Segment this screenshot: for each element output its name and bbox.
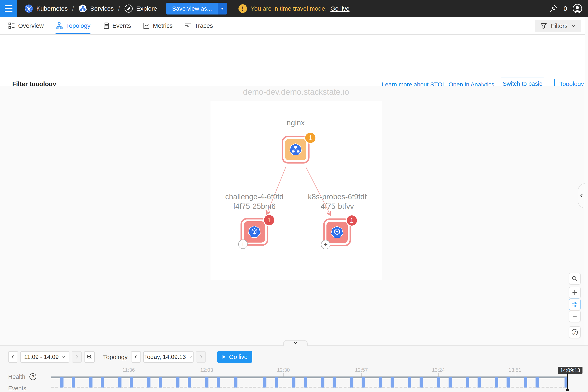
event-bar[interactable] xyxy=(234,377,238,388)
date-time-dropdown[interactable]: Today, 14:09:13 xyxy=(143,351,194,362)
time-range-dropdown[interactable]: 11:09 - 14:09 xyxy=(20,351,70,362)
event-bar[interactable] xyxy=(524,377,527,388)
event-bar[interactable] xyxy=(420,377,423,388)
topology-node-k8s-probes[interactable]: 1 + xyxy=(323,218,351,246)
filters-button[interactable]: Filters xyxy=(535,20,581,32)
svg-text:?: ? xyxy=(574,330,576,334)
traces-icon xyxy=(184,22,192,29)
event-bar[interactable] xyxy=(205,377,208,388)
event-bar[interactable] xyxy=(147,377,150,388)
fit-to-screen-icon xyxy=(572,301,578,308)
event-bar[interactable] xyxy=(101,377,104,388)
timeline-cursor-line[interactable] xyxy=(568,373,568,390)
tab-topology[interactable]: Topology xyxy=(56,17,90,34)
event-bar[interactable] xyxy=(379,377,382,388)
node-expand-button[interactable]: + xyxy=(321,240,330,249)
timeline-tick-label: 12:57 xyxy=(355,367,368,373)
timeline-zoom-out-button[interactable] xyxy=(84,351,95,362)
topology-node-nginx[interactable]: 1 xyxy=(282,136,310,164)
node-badge[interactable]: 1 xyxy=(263,214,275,226)
top-bar-right: 0 xyxy=(549,4,588,14)
filters-label: Filters xyxy=(551,22,568,30)
map-zoom-in-button[interactable] xyxy=(569,287,581,298)
event-bar[interactable] xyxy=(536,377,539,388)
event-bar[interactable] xyxy=(118,377,122,388)
breadcrumb-services[interactable]: Services xyxy=(78,4,114,13)
tab-metrics[interactable]: Metrics xyxy=(143,17,173,34)
go-live-button[interactable]: Go live xyxy=(217,351,252,362)
chevron-down-icon xyxy=(293,340,298,345)
save-view-dropdown-caret[interactable] xyxy=(218,3,227,14)
event-bar[interactable] xyxy=(448,377,452,388)
tab-overview[interactable]: Overview xyxy=(8,17,44,34)
range-forward-button[interactable] xyxy=(72,351,82,362)
topology-canvas[interactable]: demo-dev.demo.stackstate.io nginx 1 xyxy=(0,86,585,346)
tab-label: Events xyxy=(112,22,131,29)
filter-topology-panel: Filter topology Learn more about STQL Op… xyxy=(0,35,585,86)
event-bar[interactable] xyxy=(321,377,324,388)
event-bar[interactable] xyxy=(437,377,440,388)
event-bar[interactable] xyxy=(216,377,220,388)
node-badge[interactable]: 1 xyxy=(304,132,316,144)
event-bar[interactable] xyxy=(60,377,64,388)
event-bar[interactable] xyxy=(350,377,354,388)
time-range-value: 11:09 - 14:09 xyxy=(24,354,59,360)
explore-compass-icon xyxy=(124,4,133,13)
node-expand-button[interactable]: + xyxy=(238,240,248,249)
event-bar[interactable] xyxy=(466,377,470,388)
event-bar[interactable] xyxy=(263,377,266,388)
event-bar[interactable] xyxy=(176,377,180,388)
range-back-button[interactable] xyxy=(8,351,18,362)
user-avatar-icon[interactable] xyxy=(572,4,582,14)
date-back-button[interactable] xyxy=(131,351,141,362)
chevron-down-icon xyxy=(189,355,193,359)
event-bar[interactable] xyxy=(89,377,92,388)
breadcrumb-explore[interactable]: Explore xyxy=(124,4,157,13)
chevron-down-icon xyxy=(571,24,576,28)
event-bar[interactable] xyxy=(72,377,75,388)
svg-text:?: ? xyxy=(32,374,34,379)
chevron-right-icon xyxy=(199,355,203,359)
event-bar[interactable] xyxy=(390,377,394,388)
right-panel-expand-handle[interactable] xyxy=(578,183,585,208)
event-bar[interactable] xyxy=(130,377,133,388)
event-bar[interactable] xyxy=(332,377,336,388)
event-bar[interactable] xyxy=(188,377,191,388)
event-bar[interactable] xyxy=(362,377,365,388)
minus-icon xyxy=(572,313,578,319)
event-bar[interactable] xyxy=(506,377,510,388)
pin-icon[interactable] xyxy=(549,4,558,13)
topology-icon xyxy=(56,22,63,30)
event-bar[interactable] xyxy=(478,377,481,388)
go-live-link[interactable]: Go live xyxy=(330,5,349,12)
event-bar[interactable] xyxy=(292,377,296,388)
event-bar[interactable] xyxy=(408,377,412,388)
map-fit-to-screen-button[interactable] xyxy=(569,298,581,310)
breadcrumb-kubernetes[interactable]: Kubernetes xyxy=(24,4,68,13)
breadcrumb-label: Kubernetes xyxy=(36,5,68,12)
warning-icon: ! xyxy=(238,4,247,13)
health-timeline-bar[interactable] xyxy=(51,376,568,378)
event-bar[interactable] xyxy=(304,377,307,388)
hamburger-menu-button[interactable] xyxy=(0,0,17,17)
services-icon xyxy=(78,4,87,13)
event-bar[interactable] xyxy=(495,377,498,388)
date-forward-button[interactable] xyxy=(196,351,206,362)
topology-node-challenge[interactable]: 1 + xyxy=(240,218,268,246)
timeline-cursor-dot[interactable] xyxy=(566,389,569,392)
timeline-collapse-handle[interactable] xyxy=(283,340,308,346)
events-icon xyxy=(102,22,109,29)
tab-events[interactable]: Events xyxy=(102,17,131,34)
chevron-left-icon xyxy=(579,193,584,198)
chevron-right-icon xyxy=(75,355,79,359)
event-bar[interactable] xyxy=(274,377,278,388)
node-badge[interactable]: 1 xyxy=(346,214,358,226)
tab-traces[interactable]: Traces xyxy=(184,17,213,34)
timebar-mode-label: Topology xyxy=(103,354,128,360)
map-help-button[interactable]: ? xyxy=(569,326,581,338)
event-bar[interactable] xyxy=(159,377,162,388)
map-zoom-out-button[interactable] xyxy=(569,310,581,322)
map-search-button[interactable] xyxy=(569,273,581,284)
save-view-as-button[interactable]: Save view as... xyxy=(166,3,227,14)
health-help-icon[interactable]: ? xyxy=(29,373,37,380)
